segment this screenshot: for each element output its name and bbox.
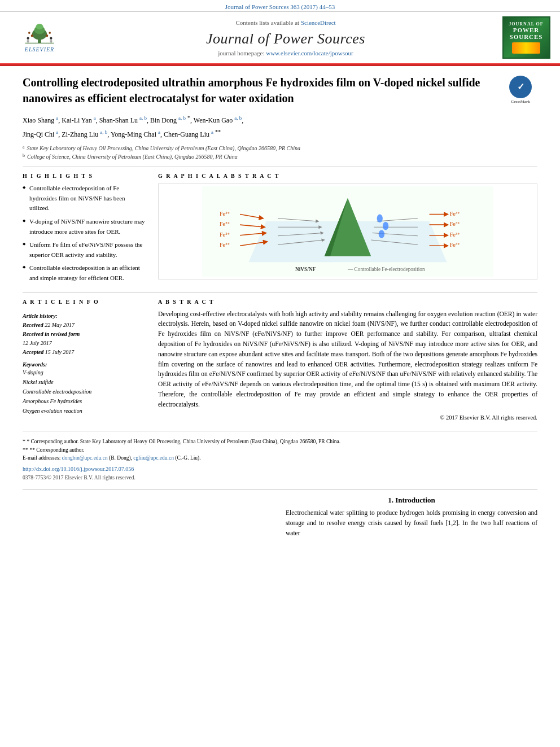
- svg-point-9: [27, 37, 29, 39]
- affiliation-b: b College of Science, China University o…: [23, 152, 537, 161]
- footnote-1: * * Corresponding author. State Key Labo…: [23, 437, 537, 445]
- elsevier-logo: ELSEVIER: [11, 21, 68, 55]
- svg-text:Fe³⁺: Fe³⁺: [450, 231, 460, 238]
- svg-point-47: [379, 230, 384, 238]
- svg-text:NiVS/NF: NiVS/NF: [295, 267, 316, 272]
- intro-col-left: [23, 496, 274, 538]
- contents-available-line: Contents lists available at ScienceDirec…: [235, 19, 335, 26]
- sciencedirect-link[interactable]: ScienceDirect: [301, 19, 336, 26]
- journal-title: Journal of Power Sources: [206, 30, 365, 47]
- keyword-5: Oxygen evolution reaction: [23, 406, 147, 416]
- graphical-abstract-image: Fe²⁺ Fe²⁺ Fe²⁺ Fe²⁺ Fe³⁺ Fe³⁺ Fe³⁺: [158, 184, 537, 279]
- crossmark-badge: ✓ CrossMark: [504, 75, 537, 106]
- homepage-url[interactable]: www.elsevier.com/locate/jpowsour: [266, 50, 353, 56]
- intro-text: Electrochemical water splitting to produ…: [286, 508, 537, 538]
- svg-point-3: [36, 24, 43, 29]
- elsevier-tree-icon: [23, 23, 56, 45]
- elsevier-logo-area: ELSEVIER: [6, 16, 73, 59]
- crossmark-icon: ✓: [512, 78, 529, 95]
- keywords-label: Keywords:: [23, 361, 147, 368]
- highlight-item-1: Controllable electrodeposition of Fe hyd…: [23, 184, 147, 213]
- copyright-line: © 2017 Elsevier B.V. All rights reserved…: [158, 414, 537, 421]
- introduction-section: 1. Introduction Electrochemical water sp…: [23, 490, 537, 538]
- history-label: Article history:: [23, 313, 147, 319]
- elsevier-wordmark: ELSEVIER: [25, 46, 54, 53]
- graphical-abstract-svg: Fe²⁺ Fe²⁺ Fe²⁺ Fe²⁺ Fe³⁺ Fe³⁺ Fe³⁺: [161, 186, 535, 277]
- svg-text:— Controllable Fe-electrodepos: — Controllable Fe-electrodeposition: [347, 267, 425, 272]
- email-2-link[interactable]: cgliiu@upc.edu.cn: [133, 455, 174, 461]
- svg-point-6: [28, 32, 30, 34]
- svg-point-4: [31, 34, 33, 37]
- svg-point-5: [46, 34, 48, 37]
- keyword-4: Amorphous Fe hydroxides: [23, 396, 147, 406]
- highlights-ga-section: H I G H L I G H T S Controllable electro…: [23, 173, 537, 286]
- highlights-col: H I G H L I G H T S Controllable electro…: [23, 173, 147, 286]
- graphical-abstract-col: G R A P H I C A L A B S T R A C T Fe²⁺: [158, 173, 537, 286]
- svg-text:Fe³⁺: Fe³⁺: [450, 242, 460, 248]
- svg-point-7: [49, 32, 51, 34]
- svg-text:Fe²⁺: Fe²⁺: [220, 211, 230, 217]
- authors-line: Xiao Shang a, Kai-Li Yan a, Shan-Shan Lu…: [23, 113, 537, 141]
- highlight-item-4: Controllable electrodeposition is an eff…: [23, 263, 147, 283]
- graphical-abstract-heading: G R A P H I C A L A B S T R A C T: [158, 173, 537, 179]
- power-sources-logo-area: JOURNAL OF POWER SOURCES: [498, 16, 554, 59]
- svg-text:Fe²⁺: Fe²⁺: [220, 242, 230, 248]
- svg-point-12: [50, 37, 52, 39]
- ps-logo-power: POWER: [513, 27, 540, 33]
- ps-logo-graphic: [512, 42, 540, 54]
- article-info-col: A R T I C L E I N F O Article history: R…: [23, 299, 147, 421]
- journal-citation: Journal of Power Sources 363 (2017) 44–5…: [225, 3, 335, 10]
- highlight-item-2: V-doping of NiVS/NF nanowire structure m…: [23, 217, 147, 237]
- svg-text:✓: ✓: [517, 82, 524, 91]
- ps-logo-journal: JOURNAL OF: [509, 21, 543, 27]
- keyword-1: V-doping: [23, 368, 147, 377]
- highlights-list: Controllable electrodeposition of Fe hyd…: [23, 184, 147, 283]
- main-content: Controlling electrodeposited ultrathin a…: [0, 66, 560, 550]
- highlights-heading: H I G H L I G H T S: [23, 173, 147, 179]
- crossmark-label: CrossMark: [511, 99, 530, 105]
- abstract-col: A B S T R A C T Developing cost-effectiv…: [158, 299, 537, 421]
- svg-text:Fe³⁺: Fe³⁺: [450, 211, 460, 217]
- accepted-date: Accepted 15 July 2017: [23, 348, 147, 357]
- affiliation-a: a State Key Laboratory of Heavy Oil Proc…: [23, 144, 537, 152]
- keywords-section: Keywords: V-doping Nickel sulfide Contro…: [23, 361, 147, 416]
- svg-text:Fe³⁺: Fe³⁺: [450, 221, 460, 227]
- affiliations: a State Key Laboratory of Heavy Oil Proc…: [23, 144, 537, 161]
- info-abstract-section: A R T I C L E I N F O Article history: R…: [23, 299, 537, 421]
- highlight-item-3: Uniform Fe film of eFe/NiVS/NF possess t…: [23, 240, 147, 260]
- issn-line: 0378-7753/© 2017 Elsevier B.V. All right…: [23, 475, 537, 480]
- power-sources-logo: JOURNAL OF POWER SOURCES: [502, 16, 550, 59]
- crossmark-circle: ✓: [509, 76, 532, 98]
- bottom-section: * * Corresponding author. State Key Labo…: [23, 431, 537, 539]
- svg-point-46: [383, 222, 388, 230]
- email-1-link[interactable]: dongbin@upc.edu.cn: [62, 455, 108, 461]
- journal-title-area: Contents lists available at ScienceDirec…: [73, 16, 498, 59]
- doi-line: http://dx.doi.org/10.1016/j.jpowsour.201…: [23, 464, 537, 473]
- homepage-line: journal homepage: www.elsevier.com/locat…: [218, 50, 353, 56]
- svg-text:Fe²⁺: Fe²⁺: [220, 221, 230, 227]
- intro-two-col: 1. Introduction Electrochemical water sp…: [23, 496, 537, 538]
- footnote-2: ** ** Corresponding author.: [23, 445, 537, 454]
- svg-point-45: [377, 215, 383, 222]
- doi-link[interactable]: http://dx.doi.org/10.1016/j.jpowsour.201…: [23, 466, 134, 472]
- intro-title: 1. Introduction: [286, 496, 537, 505]
- keyword-2: Nickel sulfide: [23, 377, 147, 387]
- received-revised-date: Received in revised form 12 July 2017: [23, 330, 147, 348]
- abstract-heading: A B S T R A C T: [158, 299, 537, 305]
- article-history: Article history: Received 22 May 2017 Re…: [23, 313, 147, 357]
- abstract-text: Developing cost-effective electrocatalys…: [158, 309, 537, 410]
- article-info-heading: A R T I C L E I N F O: [23, 299, 147, 305]
- email-line: E-mail addresses: dongbin@upc.edu.cn (B.…: [23, 454, 537, 462]
- journal-top-bar: Journal of Power Sources 363 (2017) 44–5…: [0, 0, 560, 12]
- divider-1: [23, 167, 537, 167]
- keyword-3: Controllable electrodeposition: [23, 387, 147, 396]
- article-title: Controlling electrodeposited ultrathin a…: [23, 75, 537, 106]
- intro-col-right: 1. Introduction Electrochemical water sp…: [286, 496, 537, 538]
- journal-header: ELSEVIER Contents lists available at Sci…: [0, 12, 560, 64]
- received-date: Received 22 May 2017: [23, 321, 147, 330]
- divider-2: [23, 292, 537, 293]
- ps-logo-sources: SOURCES: [510, 33, 543, 40]
- svg-text:Fe²⁺: Fe²⁺: [220, 231, 230, 238]
